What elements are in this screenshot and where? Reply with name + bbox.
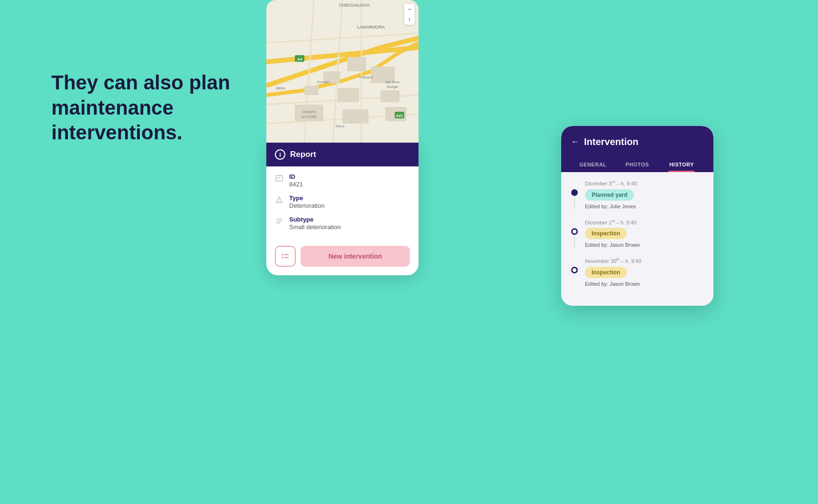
svg-text:ONZATO: ONZATO xyxy=(302,110,316,114)
svg-text:Mella: Mella xyxy=(276,86,285,90)
svg-text:Naviglio: Naviglio xyxy=(387,85,399,89)
zoom-in-button[interactable]: ↑ xyxy=(404,14,415,25)
svg-rect-12 xyxy=(338,88,359,102)
timeline-col-3 xyxy=(571,257,578,287)
subtype-label: Subtype xyxy=(289,216,341,223)
hero-text: They can also plan maintenance intervent… xyxy=(51,70,232,145)
subtype-field-content: Subtype Small deterioration xyxy=(289,216,341,231)
timeline-line-2 xyxy=(574,237,575,248)
timeline-col-2 xyxy=(571,219,578,248)
intervention-tabs: GENERAL PHOTOS HISTORY xyxy=(571,157,704,172)
history-content-3: November 30th – h. 9:40 Inspection Edite… xyxy=(585,257,704,287)
svg-text:A21: A21 xyxy=(396,114,403,118)
report-card: i Report ID 8421 xyxy=(266,143,419,275)
report-actions: New intervention xyxy=(266,246,419,275)
timeline-col-1 xyxy=(571,180,578,209)
hero-line2: maintenance xyxy=(51,97,174,119)
type-value: Deterioration xyxy=(289,202,324,209)
svg-rect-13 xyxy=(380,90,399,102)
report-field-subtype: Subtype Small deterioration xyxy=(275,216,410,231)
map-area: A4 A21 CHIESANUOVA LAMARMORA Fornaci Fol… xyxy=(266,0,419,143)
report-body: ID 8421 Type Deterioration xyxy=(266,166,419,246)
svg-text:San Zeno: San Zeno xyxy=(385,80,399,84)
zoom-out-button[interactable]: − xyxy=(404,4,415,14)
svg-text:LAMARMORA: LAMARMORA xyxy=(357,25,385,29)
history-edited-3: Edited by: Jason Brown xyxy=(585,281,704,287)
svg-rect-8 xyxy=(347,57,366,71)
id-value: 8421 xyxy=(289,181,303,188)
back-arrow-button[interactable]: ← xyxy=(571,137,579,147)
type-icon xyxy=(275,195,283,204)
phone-container: A4 A21 CHIESANUOVA LAMARMORA Fornaci Fol… xyxy=(266,0,419,285)
type-label: Type xyxy=(289,194,324,202)
list-icon xyxy=(281,252,290,261)
svg-rect-15 xyxy=(342,109,369,124)
history-date-3: November 30th – h. 9:40 xyxy=(585,257,704,264)
svg-text:Folzano: Folzano xyxy=(360,75,373,79)
history-edited-1: Edited by: Julie Jones xyxy=(585,204,704,209)
tab-photos[interactable]: PHOTOS xyxy=(615,157,659,172)
id-icon xyxy=(275,174,283,183)
history-item-3: November 30th – h. 9:40 Inspection Edite… xyxy=(571,257,704,287)
subtype-icon xyxy=(275,217,283,225)
intervention-back-row: ← Intervention xyxy=(571,136,704,147)
history-badge-2: Inspection xyxy=(585,228,627,239)
history-content-2: Dicember 1st – h. 9:40 Inspection Edited… xyxy=(585,219,704,248)
intervention-panel: ← Intervention GENERAL PHOTOS HISTORY Di… xyxy=(561,126,713,306)
list-button[interactable] xyxy=(275,246,296,267)
timeline-dot-2 xyxy=(571,228,578,235)
id-label: ID xyxy=(289,173,303,180)
report-header: i Report xyxy=(266,143,419,166)
new-intervention-button[interactable]: New intervention xyxy=(301,246,410,267)
svg-text:DI FLERO: DI FLERO xyxy=(302,115,317,118)
history-content-1: Dicember 3rd – h. 9:40 Planned yard Edit… xyxy=(585,180,704,209)
tab-history[interactable]: HISTORY xyxy=(660,157,704,172)
history-badge-3: Inspection xyxy=(585,267,627,278)
timeline-dot-3 xyxy=(571,267,578,273)
history-date-1: Dicember 3rd – h. 9:40 xyxy=(585,180,704,186)
subtype-value: Small deterioration xyxy=(289,223,341,231)
history-date-2: Dicember 1st – h. 9:40 xyxy=(585,219,704,225)
type-field-content: Type Deterioration xyxy=(289,194,324,209)
history-item-1: Dicember 3rd – h. 9:40 Planned yard Edit… xyxy=(571,180,704,209)
report-icon: i xyxy=(275,149,285,160)
timeline-line-1 xyxy=(574,198,575,209)
svg-rect-11 xyxy=(304,86,319,95)
hero-line3: interventions. xyxy=(51,121,182,144)
intervention-title: Intervention xyxy=(584,136,638,147)
intervention-body: Dicember 3rd – h. 9:40 Planned yard Edit… xyxy=(561,172,713,306)
svg-rect-40 xyxy=(282,257,283,258)
svg-point-35 xyxy=(279,201,279,202)
report-field-type: Type Deterioration xyxy=(275,194,410,209)
svg-text:Fornaci: Fornaci xyxy=(317,80,330,84)
report-title: Report xyxy=(290,150,316,159)
intervention-header: ← Intervention GENERAL PHOTOS HISTORY xyxy=(561,126,713,172)
hero-line1: They can also plan xyxy=(51,71,230,94)
history-badge-1: Planned yard xyxy=(585,189,634,201)
map-controls: − ↑ xyxy=(404,4,415,25)
svg-rect-39 xyxy=(282,254,283,255)
svg-text:Flero: Flero xyxy=(336,124,345,128)
tab-general[interactable]: GENERAL xyxy=(571,157,615,172)
report-field-id: ID 8421 xyxy=(275,173,410,188)
svg-text:A4: A4 xyxy=(297,57,302,61)
history-edited-2: Edited by: Jason Brown xyxy=(585,242,704,248)
svg-rect-31 xyxy=(276,175,282,181)
history-item-2: Dicember 1st – h. 9:40 Inspection Edited… xyxy=(571,219,704,248)
svg-text:CHIESANUOVA: CHIESANUOVA xyxy=(339,3,370,8)
timeline-dot-1 xyxy=(571,189,578,196)
id-field-content: ID 8421 xyxy=(289,173,303,188)
